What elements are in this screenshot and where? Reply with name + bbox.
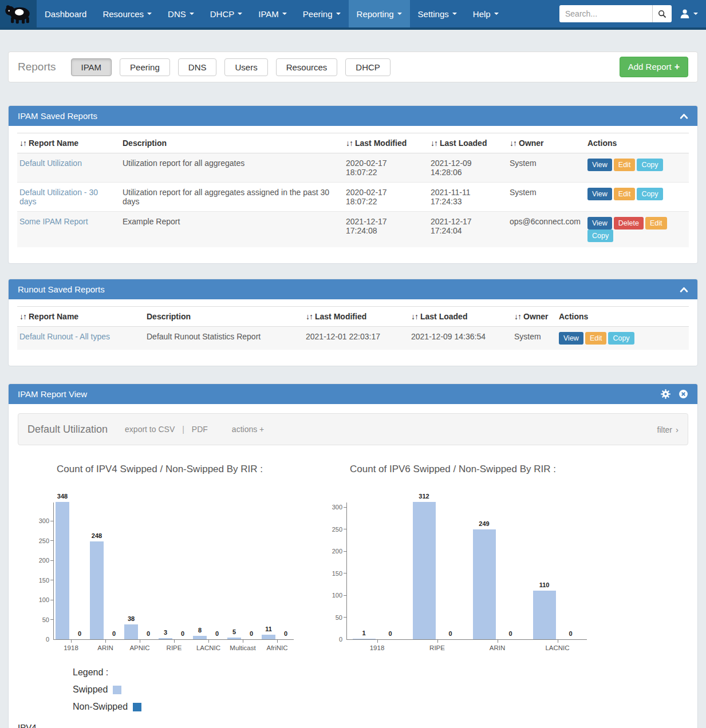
add-report-button[interactable]: Add Report+: [620, 57, 688, 77]
y-axis-tick-label: 100: [321, 592, 342, 599]
legend-label: Swipped: [73, 685, 108, 695]
copy-button[interactable]: Copy: [587, 230, 613, 242]
report-link[interactable]: Default Utilization - 30 days: [19, 188, 98, 206]
page-content: Reports IPAMPeeringDNSUsersResourcesDHCP…: [0, 52, 706, 728]
x-axis-category-label: LACNIC: [191, 644, 226, 651]
plus-icon: +: [675, 62, 680, 72]
column-header-last-loaded[interactable]: ↓↑Last Loaded: [409, 307, 512, 327]
nav-item-help[interactable]: Help: [465, 0, 507, 27]
search-input[interactable]: [559, 5, 652, 22]
export-csv-link[interactable]: export to CSV: [125, 425, 175, 434]
search-button[interactable]: [652, 5, 672, 22]
owner-cell: System: [507, 183, 585, 212]
chevron-down-icon: [238, 13, 242, 15]
nav-item-dns[interactable]: DNS: [160, 0, 202, 27]
tab-peering[interactable]: Peering: [120, 58, 170, 76]
view-button[interactable]: View: [587, 188, 612, 200]
edit-button[interactable]: Edit: [585, 332, 607, 345]
report-name: Default Utilization: [27, 424, 108, 436]
column-header-last-modified[interactable]: ↓↑Last Modified: [303, 307, 409, 327]
nav-item-ipam[interactable]: IPAM: [250, 0, 295, 27]
settings-button[interactable]: [661, 389, 670, 399]
bar-swipped-ripe: [159, 638, 172, 639]
collapse-button[interactable]: [680, 113, 688, 120]
chevron-down-icon: [336, 13, 341, 15]
y-axis-tick-mark: [344, 617, 346, 618]
filter-toggle[interactable]: filter›: [657, 425, 679, 434]
y-axis-tick-label: 0: [321, 636, 342, 643]
export-pdf-link[interactable]: PDF: [192, 425, 208, 434]
copy-button[interactable]: Copy: [637, 159, 662, 171]
column-header-owner[interactable]: ↓↑Owner: [507, 133, 585, 153]
last-modified-cell: 2020-02-1718:07:22: [344, 183, 428, 212]
nav-item-dhcp[interactable]: DHCP: [202, 0, 251, 27]
tab-dhcp[interactable]: DHCP: [345, 58, 391, 76]
tab-dns[interactable]: DNS: [178, 58, 217, 76]
chevron-down-icon: [693, 13, 698, 15]
close-panel-button[interactable]: [679, 389, 688, 399]
user-menu[interactable]: [680, 9, 698, 19]
y-axis-tick-label: 300: [321, 504, 342, 511]
view-button[interactable]: View: [559, 332, 583, 345]
edit-button[interactable]: Edit: [645, 217, 667, 230]
close-circle-icon: [679, 389, 688, 399]
view-button[interactable]: View: [587, 217, 612, 230]
actions-menu[interactable]: actions +: [232, 425, 264, 434]
copy-button[interactable]: Copy: [608, 332, 634, 345]
edit-button[interactable]: Edit: [614, 188, 636, 200]
report-link[interactable]: Default Utilization: [19, 159, 82, 168]
last-modified-cell: 2021-12-01 22:03:17: [303, 327, 409, 350]
table-header-row: ↓↑Report NameDescription↓↑Last Modified↓…: [17, 133, 689, 153]
column-header-last-modified[interactable]: ↓↑Last Modified: [344, 133, 428, 153]
bar-value-label: 0: [554, 630, 588, 637]
x-axis-category-label: APNIC: [123, 644, 157, 651]
bar-value-label: 0: [494, 630, 528, 637]
column-header-owner[interactable]: ↓↑Owner: [512, 307, 557, 327]
column-header-report-name[interactable]: ↓↑Report Name: [17, 133, 120, 153]
y-axis-tick-mark: [344, 595, 346, 596]
chart-title: Count of IPV6 Swipped / Non-Swipped By R…: [319, 464, 587, 476]
collapse-button[interactable]: [680, 286, 688, 293]
actions-cell: ViewDeleteEditCopy: [585, 212, 689, 248]
legend-item-non-swipped: Non-Swipped: [73, 698, 697, 715]
tab-resources[interactable]: Resources: [276, 58, 338, 76]
report-link[interactable]: Default Runout - All types: [19, 332, 110, 341]
nav-item-peering[interactable]: Peering: [295, 0, 349, 27]
nav-item-resources[interactable]: Resources: [94, 0, 160, 27]
chart-plot-area: 050100150200250300348019182480ARIN380APN…: [53, 503, 294, 640]
top-navbar: DashboardResourcesDNSDHCPIPAMPeeringRepo…: [0, 0, 706, 30]
report-name-cell: Default Utilization: [17, 153, 120, 183]
edit-button[interactable]: Edit: [614, 159, 636, 171]
nav-item-dashboard[interactable]: Dashboard: [37, 0, 94, 27]
column-header-actions: Actions: [557, 307, 689, 327]
last-modified-cell: 2021-12-1717:24:08: [344, 212, 428, 248]
last-loaded-cell: 2021-12-09 14:36:54: [409, 327, 512, 350]
x-axis-category-label: ARIN: [467, 644, 527, 651]
sort-icon: ↓↑: [346, 139, 353, 148]
actions-cell: ViewEditCopy: [585, 153, 689, 183]
report-link[interactable]: Some IPAM Report: [19, 217, 88, 226]
chevron-up-icon: [680, 113, 688, 120]
copy-button[interactable]: Copy: [637, 188, 662, 200]
column-label: Owner: [523, 312, 549, 321]
nav-item-label: Help: [473, 9, 491, 19]
x-axis-category-label: LACNIC: [527, 644, 587, 651]
column-header-last-loaded[interactable]: ↓↑Last Loaded: [428, 133, 507, 153]
x-axis-category-label: ARIN: [88, 644, 123, 651]
column-header-report-name[interactable]: ↓↑Report Name: [17, 307, 144, 327]
nav-item-settings[interactable]: Settings: [410, 0, 465, 27]
y-axis-tick-label: 300: [27, 517, 49, 524]
chevron-right-icon: ›: [676, 425, 679, 434]
report-name-cell: Default Runout - All types: [17, 327, 144, 350]
nav-item-label: Dashboard: [45, 9, 86, 19]
bar-swipped-1918: [353, 639, 376, 639]
x-axis-category-label: RIPE: [407, 644, 467, 651]
view-button[interactable]: View: [587, 159, 612, 171]
column-label: Description: [147, 312, 191, 321]
tab-users[interactable]: Users: [224, 58, 267, 76]
app-logo[interactable]: [0, 0, 37, 27]
nav-item-reporting[interactable]: Reporting: [349, 0, 410, 27]
delete-button[interactable]: Delete: [614, 217, 644, 230]
y-axis-tick-mark: [50, 540, 53, 541]
tab-ipam[interactable]: IPAM: [71, 58, 112, 76]
